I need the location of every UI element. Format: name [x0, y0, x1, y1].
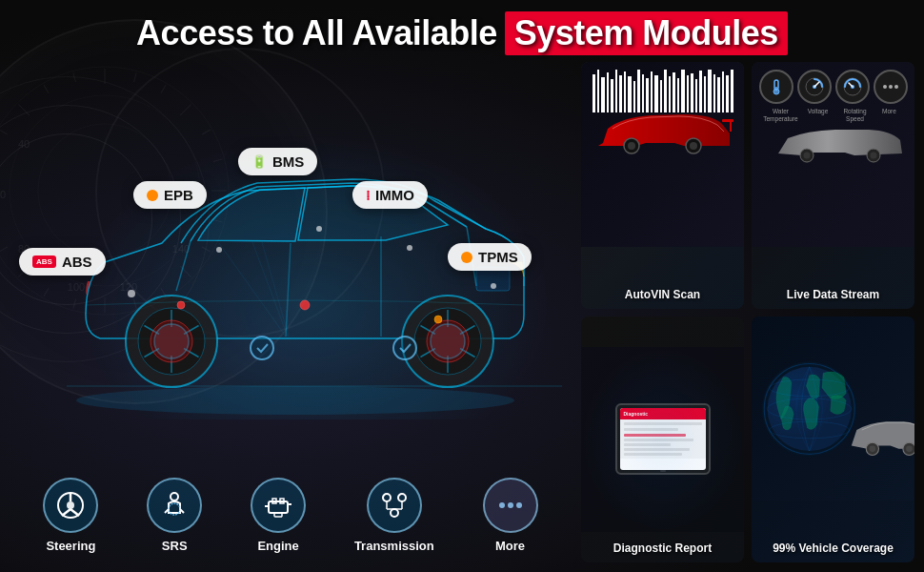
card-livestream: WaterTemperature Voltage RotatingSpeed M… — [752, 62, 914, 309]
svg-line-139 — [849, 83, 853, 87]
svg-rect-124 — [731, 70, 733, 112]
icon-item-transmission[interactable]: Transmission — [354, 478, 434, 553]
vin-bars-svg — [593, 70, 733, 112]
svg-line-6 — [180, 104, 191, 114]
svg-line-34 — [286, 243, 291, 337]
svg-rect-96 — [607, 72, 609, 112]
svg-rect-107 — [654, 75, 658, 112]
autovin-card-label: AutoVIN Scan — [581, 288, 744, 301]
card-diagnostic: Diagnostic Diagnost — [581, 317, 744, 563]
svg-point-68 — [316, 226, 322, 232]
svg-rect-98 — [615, 70, 617, 112]
steering-icon — [55, 490, 86, 521]
svg-line-58 — [252, 242, 288, 337]
svg-rect-108 — [660, 80, 662, 112]
svg-rect-112 — [677, 78, 679, 112]
svg-line-26 — [73, 72, 76, 82]
tablet-device: Diagnostic — [615, 403, 711, 475]
badge-abs: ABS ABS — [19, 248, 106, 276]
svg-rect-121 — [717, 77, 720, 112]
epb-dot — [147, 190, 158, 201]
svg-rect-101 — [628, 76, 632, 112]
srs-icon-circle — [147, 478, 202, 533]
svg-rect-106 — [651, 72, 653, 112]
engine-icon — [263, 490, 293, 521]
transmission-icon — [379, 490, 410, 521]
audi-car-image — [752, 127, 914, 163]
svg-rect-122 — [722, 72, 724, 112]
svg-point-150 — [768, 366, 852, 450]
svg-rect-116 — [695, 79, 697, 112]
svg-line-25 — [44, 85, 49, 93]
svg-rect-95 — [601, 77, 605, 112]
livestream-gauges — [752, 62, 914, 106]
badge-tpms: TPMS — [448, 243, 532, 271]
steering-label: Steering — [46, 539, 95, 553]
svg-line-7 — [202, 130, 211, 134]
svg-rect-110 — [669, 76, 671, 112]
bottom-icons-row: Steering SRS — [19, 478, 562, 553]
rpm-gauge — [835, 70, 870, 104]
svg-point-69 — [407, 245, 412, 251]
svg-rect-85 — [274, 513, 282, 517]
icon-item-srs[interactable]: SRS — [147, 478, 202, 553]
card-autovin: AutoVIN Scan — [581, 62, 744, 309]
voltage-gauge — [797, 70, 832, 104]
svg-line-11 — [202, 247, 211, 252]
svg-text:140: 140 — [172, 243, 190, 255]
srs-label: SRS — [162, 539, 188, 553]
svg-rect-111 — [673, 72, 675, 112]
globe-svg — [752, 317, 914, 501]
svg-rect-99 — [619, 75, 622, 112]
svg-point-88 — [391, 509, 398, 517]
svg-point-64 — [393, 337, 416, 359]
svg-point-86 — [383, 494, 391, 501]
svg-point-33 — [76, 386, 514, 415]
svg-line-75 — [70, 509, 79, 516]
svg-rect-123 — [726, 75, 729, 112]
coverage-visual — [752, 317, 914, 501]
svg-line-24 — [18, 104, 29, 114]
more-dots-icon — [499, 502, 522, 508]
svg-rect-94 — [597, 70, 599, 112]
svg-text:40: 40 — [18, 138, 30, 150]
coverage-card-label: 99% Vehicle Coverage — [752, 541, 914, 555]
svg-line-12 — [180, 266, 191, 276]
svg-line-13 — [161, 288, 166, 296]
svg-line-19 — [0, 247, 8, 252]
svg-point-72 — [67, 501, 74, 509]
card-coverage: 99% Vehicle Coverage — [752, 317, 914, 563]
svg-rect-118 — [704, 76, 706, 112]
icon-item-steering[interactable]: Steering — [43, 478, 98, 553]
svg-text:60: 60 — [0, 189, 6, 200]
title-bar: Access to All Available System Modules — [0, 0, 924, 67]
svg-point-70 — [491, 283, 496, 289]
svg-rect-97 — [611, 79, 613, 112]
svg-point-60 — [434, 316, 442, 323]
svg-point-142 — [804, 152, 811, 158]
water-temp-gauge — [759, 70, 793, 104]
badge-bms-label: BMS — [272, 153, 304, 170]
badge-immo: ⁞ IMMO — [352, 181, 428, 209]
svg-line-8 — [213, 159, 223, 162]
more-label: More — [495, 539, 525, 553]
badge-bms: 🔋 BMS — [238, 148, 317, 175]
svg-line-14 — [134, 299, 137, 309]
more-icon-circle — [483, 478, 538, 533]
svg-point-76 — [171, 493, 178, 500]
icon-item-more[interactable]: More — [483, 478, 538, 553]
svg-point-54 — [151, 320, 192, 362]
svg-text:100: 100 — [68, 281, 85, 293]
svg-line-23 — [0, 130, 8, 134]
svg-rect-80 — [269, 501, 288, 513]
more-gauge — [874, 70, 908, 104]
svg-line-59 — [262, 242, 289, 337]
svg-rect-120 — [713, 74, 715, 112]
svg-line-136 — [814, 82, 819, 87]
badge-abs-label: ABS — [62, 254, 92, 270]
race-car-image — [581, 110, 744, 157]
livestream-labels: WaterTemperature Voltage RotatingSpeed M… — [752, 106, 914, 125]
icon-item-engine[interactable]: Engine — [251, 478, 306, 553]
svg-rect-129 — [722, 119, 733, 122]
svg-line-10 — [213, 220, 223, 223]
